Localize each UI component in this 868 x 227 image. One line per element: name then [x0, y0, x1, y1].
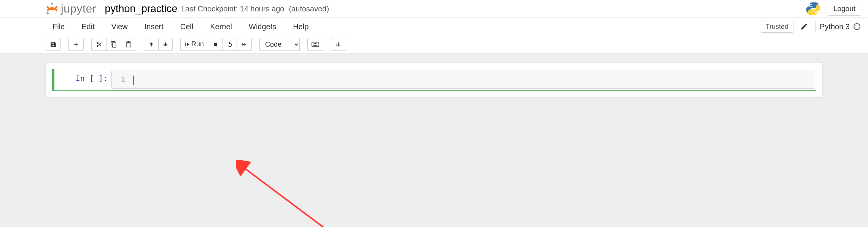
restart-icon — [227, 41, 233, 47]
svg-rect-9 — [316, 43, 317, 44]
pencil-icon[interactable] — [800, 23, 808, 30]
cut-button[interactable] — [91, 38, 106, 51]
copy-button[interactable] — [106, 38, 121, 51]
svg-line-11 — [243, 167, 350, 227]
autosave-status: (autosaved) — [289, 5, 329, 13]
menu-widgets[interactable]: Widgets — [240, 18, 285, 35]
fast-forward-icon — [241, 42, 248, 47]
python-logo-icon — [806, 1, 821, 16]
save-button[interactable] — [46, 38, 61, 51]
svg-point-2 — [810, 4, 811, 5]
svg-rect-6 — [313, 43, 313, 44]
add-cell-button[interactable] — [68, 38, 84, 51]
svg-rect-5 — [312, 42, 319, 47]
run-button[interactable]: Run — [180, 38, 208, 51]
svg-point-0 — [51, 3, 53, 5]
svg-rect-10 — [313, 45, 317, 46]
chart-button[interactable] — [331, 38, 346, 51]
paste-button[interactable] — [121, 38, 136, 51]
move-up-button[interactable] — [144, 38, 158, 51]
notebook-container: In [ ]: 1 — [46, 63, 822, 97]
notebook-area: In [ ]: 1 cell ready for input — [0, 54, 868, 106]
scissors-icon — [95, 41, 102, 48]
menu-file[interactable]: File — [44, 18, 73, 35]
text-cursor — [133, 76, 134, 85]
interrupt-button[interactable] — [208, 38, 222, 51]
menu-help[interactable]: Help — [285, 18, 317, 35]
svg-rect-7 — [314, 43, 315, 44]
paste-icon — [125, 41, 132, 48]
menu-kernel[interactable]: Kernel — [202, 18, 240, 35]
jupyter-logo-icon — [46, 2, 59, 15]
stop-icon — [213, 42, 218, 47]
toolbar: Run Code — [0, 35, 868, 54]
notebook-header: jupyter python_practice Last Checkpoint:… — [0, 0, 868, 18]
menubar: File Edit View Insert Cell Kernel Widget… — [0, 18, 868, 35]
menu-view[interactable]: View — [103, 18, 136, 35]
input-area[interactable]: 1 — [111, 71, 814, 89]
run-button-label: Run — [191, 40, 204, 48]
copy-icon — [110, 41, 117, 48]
line-number: 1 — [112, 71, 130, 88]
code-cell[interactable]: In [ ]: 1 — [52, 69, 816, 91]
menu-cell[interactable]: Cell — [172, 18, 202, 35]
divider — [816, 21, 816, 32]
jupyter-logo-text: jupyter — [61, 2, 97, 15]
input-prompt: In [ ]: — [54, 69, 111, 90]
kernel-name[interactable]: Python 3 — [820, 22, 850, 31]
annotation-arrow-icon — [236, 160, 373, 227]
trusted-indicator[interactable]: Trusted — [761, 21, 793, 33]
bar-chart-icon — [335, 41, 342, 47]
checkpoint-status: Last Checkpoint: 14 hours ago — [181, 5, 284, 13]
menu-edit[interactable]: Edit — [73, 18, 103, 35]
move-down-button[interactable] — [158, 38, 173, 51]
save-icon — [50, 41, 57, 48]
svg-point-3 — [815, 13, 816, 14]
cell-type-select[interactable]: Code — [259, 38, 300, 51]
command-palette-button[interactable] — [307, 38, 323, 51]
run-icon — [184, 42, 190, 47]
code-input[interactable] — [130, 71, 814, 88]
notebook-name[interactable]: python_practice — [105, 3, 178, 15]
restart-run-all-button[interactable] — [237, 38, 252, 51]
keyboard-icon — [312, 42, 319, 47]
arrow-up-icon — [148, 41, 154, 47]
svg-point-1 — [46, 12, 49, 14]
plus-icon — [73, 41, 79, 48]
svg-rect-8 — [315, 43, 316, 44]
svg-rect-4 — [213, 43, 216, 46]
logout-button[interactable]: Logout — [828, 2, 861, 16]
jupyter-logo[interactable]: jupyter — [46, 2, 97, 15]
restart-button[interactable] — [222, 38, 237, 51]
arrow-down-icon — [162, 41, 169, 47]
menu-insert[interactable]: Insert — [136, 18, 172, 35]
kernel-idle-icon — [854, 23, 860, 30]
